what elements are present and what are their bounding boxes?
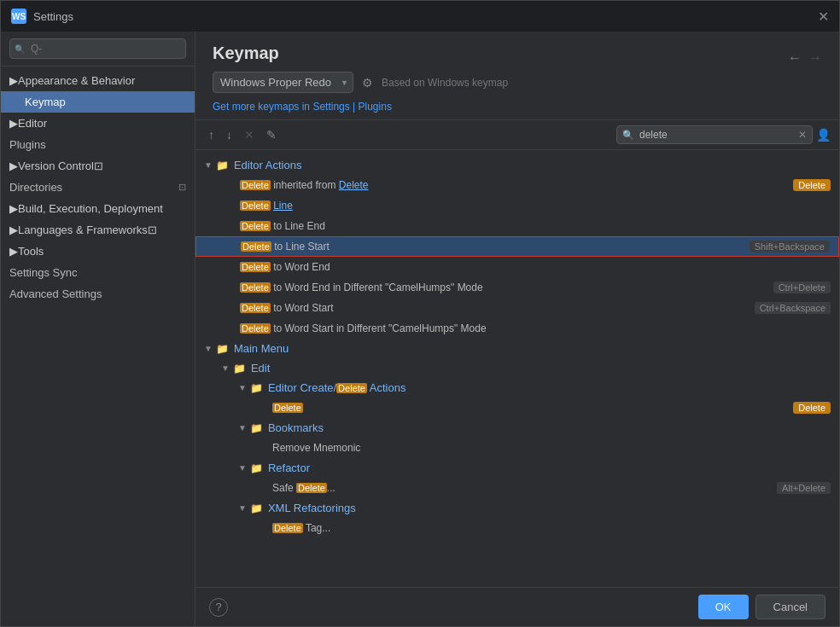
sidebar-item-directories[interactable]: Directories ⊡ [1, 177, 195, 198]
sidebar-item-settings-sync[interactable]: Settings Sync [1, 262, 195, 283]
expand-arrow-icon: ▼ [221, 363, 230, 373]
sidebar-item-label: Settings Sync [9, 266, 78, 279]
group-refactor[interactable]: ▼ 📁 Refactor [195, 458, 839, 478]
get-more-anchor[interactable]: Get more keymaps in Settings | Plugins [213, 101, 392, 113]
keymap-controls: Windows Proper Redo ⚙ Based on Windows k… [213, 72, 822, 93]
arrow-icon: ▶ [9, 245, 18, 258]
sidebar-search-area [1, 32, 195, 67]
link-text[interactable]: Delete [339, 179, 369, 191]
sidebar-item-appearance[interactable]: ▶ Appearance & Behavior [1, 70, 195, 91]
remove-button[interactable]: ✕ [240, 125, 259, 144]
highlight-text: Delete [240, 282, 271, 293]
folder-icon: 📁 [250, 422, 263, 434]
page-title: Keymap [213, 44, 279, 63]
table-row[interactable]: Safe Delete... Alt+Delete [195, 478, 839, 498]
search-bar: 🔍 ✕ [616, 125, 813, 144]
nav-back-button[interactable]: ← [788, 50, 802, 66]
main-content: ▶ Appearance & Behavior Keymap ▶ Editor … [1, 32, 839, 626]
group-editor-actions[interactable]: ▼ 📁 Editor Actions [195, 155, 839, 175]
expand-arrow-icon: ▼ [238, 423, 247, 433]
highlight-text: Delete [240, 323, 271, 334]
group-xml-refactorings[interactable]: ▼ 📁 XML Refactorings [195, 498, 839, 518]
folder-icon: 📁 [233, 363, 246, 374]
shortcut-text: Ctrl+Delete [773, 282, 831, 293]
sidebar-item-advanced-settings[interactable]: Advanced Settings [1, 283, 195, 305]
table-row[interactable]: Delete to Word Start Ctrl+Backspace [195, 298, 839, 318]
table-row[interactable]: Remove Mnemonic [195, 438, 839, 458]
user-icon[interactable]: 👤 [816, 128, 831, 142]
sidebar-item-label: Version Control [18, 160, 94, 172]
action-name: Delete to Word End [240, 261, 831, 273]
group-edit[interactable]: ▼ 📁 Edit [195, 358, 839, 378]
folder-icon: 📁 [250, 382, 263, 394]
sidebar-item-label: Advanced Settings [9, 287, 102, 300]
shortcut-text: Alt+Delete [777, 482, 831, 494]
search-input[interactable] [639, 129, 793, 141]
sidebar-search-input[interactable] [9, 38, 186, 59]
sidebar-item-keymap[interactable]: Keymap [1, 91, 195, 113]
group-name: Bookmarks [268, 421, 324, 434]
group-main-menu[interactable]: ▼ 📁 Main Menu [195, 339, 839, 358]
sidebar-item-editor[interactable]: ▶ Editor [1, 113, 195, 134]
move-down-button[interactable]: ↓ [222, 125, 236, 144]
sidebar-nav: ▶ Appearance & Behavior Keymap ▶ Editor … [1, 67, 195, 626]
action-name: Delete to Word Start [240, 302, 748, 314]
group-name: Editor Create/Delete Actions [268, 381, 406, 394]
action-name: Delete Tag... [272, 522, 831, 534]
arrow-icon: ▶ [9, 202, 18, 215]
table-row[interactable]: Delete to Word End [195, 257, 839, 277]
action-toolbar: ↑ ↓ ✕ ✎ 🔍 ✕ 👤 [195, 120, 839, 150]
help-button[interactable]: ? [209, 598, 228, 617]
sidebar-item-version-control[interactable]: ▶ Version Control ⊡ [1, 155, 195, 177]
table-row[interactable]: Delete to Line End [195, 216, 839, 236]
expand-arrow-icon: ▼ [204, 160, 213, 170]
sidebar-item-languages[interactable]: ▶ Languages & Frameworks ⊡ [1, 219, 195, 241]
expand-arrow-icon: ▼ [204, 344, 213, 353]
highlight-text: Delete [296, 483, 327, 493]
table-row[interactable]: Delete Line [195, 195, 839, 216]
clear-search-button[interactable]: ✕ [798, 129, 807, 141]
edit-button[interactable]: ✎ [262, 125, 281, 144]
sidebar-item-label: Keymap [25, 96, 66, 108]
arrow-icon: ▶ [9, 160, 18, 172]
folder-icon: 📁 [250, 502, 263, 514]
action-name: Delete to Word Start in Different "Camel… [240, 322, 831, 334]
highlight-text: Delete [240, 200, 271, 211]
action-name: Safe Delete... [272, 482, 770, 494]
move-up-button[interactable]: ↑ [204, 125, 219, 144]
table-row[interactable]: Delete Delete [195, 398, 839, 418]
sidebar: ▶ Appearance & Behavior Keymap ▶ Editor … [1, 32, 195, 626]
action-name: Delete to Word End in Different "CamelHu… [240, 282, 767, 293]
sidebar-item-label: Editor [18, 117, 47, 130]
group-editor-create-delete[interactable]: ▼ 📁 Editor Create/Delete Actions [195, 378, 839, 398]
group-name: Refactor [268, 462, 310, 474]
table-row[interactable]: Delete inherited from Delete Delete [195, 175, 839, 195]
based-on-text: Based on Windows keymap [382, 77, 508, 89]
nav-forward-button[interactable]: → [808, 50, 822, 66]
sidebar-item-build[interactable]: ▶ Build, Execution, Deployment [1, 198, 195, 219]
expand-arrow-icon: ▼ [238, 463, 247, 473]
action-name: Remove Mnemonic [272, 442, 831, 454]
table-row-selected[interactable]: Delete to Line Start Shift+Backspace [195, 236, 839, 257]
sidebar-search-wrap [9, 38, 186, 59]
expand-arrow-icon: ▼ [238, 383, 247, 392]
table-row[interactable]: Delete Tag... [195, 518, 839, 538]
group-bookmarks[interactable]: ▼ 📁 Bookmarks [195, 418, 839, 438]
sidebar-item-label: Plugins [9, 138, 46, 151]
cancel-button[interactable]: Cancel [755, 595, 825, 619]
group-name: XML Refactorings [268, 502, 356, 514]
keymap-select[interactable]: Windows Proper Redo [213, 72, 353, 93]
close-button[interactable]: ✕ [818, 9, 829, 25]
folder-icon: 📁 [250, 462, 263, 474]
highlight-text: Delete [240, 180, 271, 190]
action-name: Delete to Line End [240, 220, 831, 232]
gear-icon[interactable]: ⚙ [362, 76, 373, 90]
link-text[interactable]: Line [273, 200, 293, 212]
group-name: Main Menu [234, 342, 289, 355]
highlight-text: Delete [272, 403, 303, 413]
sidebar-item-plugins[interactable]: Plugins [1, 134, 195, 155]
table-row[interactable]: Delete to Word End in Different "CamelHu… [195, 277, 839, 298]
table-row[interactable]: Delete to Word Start in Different "Camel… [195, 318, 839, 339]
sidebar-item-tools[interactable]: ▶ Tools [1, 241, 195, 262]
ok-button[interactable]: OK [698, 595, 749, 619]
